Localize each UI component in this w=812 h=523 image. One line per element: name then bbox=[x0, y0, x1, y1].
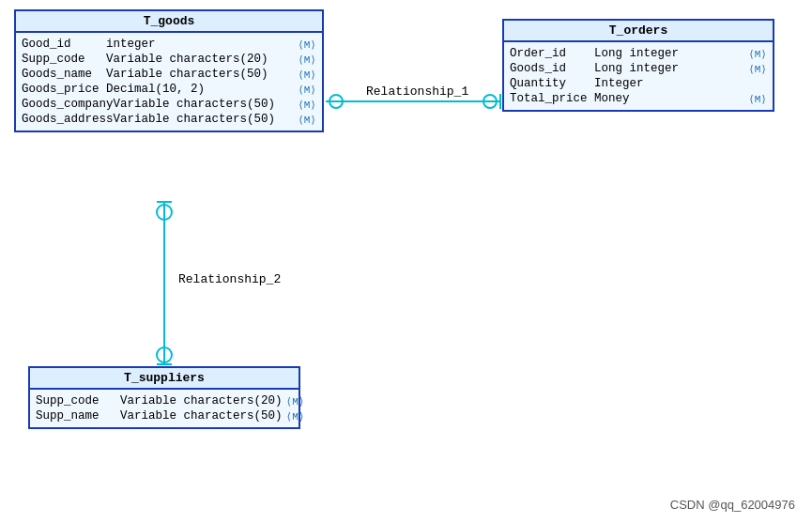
t-goods-header: T_goods bbox=[16, 11, 322, 33]
table-row: Goods_company Variable characters(50) ⟨M… bbox=[22, 97, 316, 112]
svg-point-1 bbox=[329, 95, 343, 108]
svg-point-2 bbox=[483, 95, 497, 108]
watermark: CSDN @qq_62004976 bbox=[670, 498, 795, 512]
diagram-container: T_goods Good_id integer ⟨M⟩ Supp_code Va… bbox=[0, 0, 812, 523]
t-orders-header: T_orders bbox=[504, 21, 773, 42]
t-suppliers-body: Supp_code Variable characters(20) ⟨M⟩ Su… bbox=[30, 390, 299, 427]
table-row: Goods_id Long integer ⟨M⟩ bbox=[510, 61, 767, 76]
relationship2-label: Relationship_2 bbox=[178, 272, 281, 286]
t-suppliers-header: T_suppliers bbox=[30, 368, 299, 390]
table-row: Supp_code Variable characters(20) ⟨M⟩ bbox=[36, 393, 293, 408]
table-row: Quantity Integer bbox=[510, 76, 767, 91]
table-row: Supp_code Variable characters(20) ⟨M⟩ bbox=[22, 52, 316, 67]
relationship1-label: Relationship_1 bbox=[366, 85, 468, 99]
t-goods-body: Good_id integer ⟨M⟩ Supp_code Variable c… bbox=[16, 33, 322, 131]
table-row: Order_id Long integer ⟨M⟩ bbox=[510, 46, 767, 61]
t-orders-table: T_orders Order_id Long integer ⟨M⟩ Goods… bbox=[502, 19, 774, 112]
table-row: Goods_address Variable characters(50) ⟨M… bbox=[22, 112, 316, 127]
table-row: Good_id integer ⟨M⟩ bbox=[22, 37, 316, 52]
svg-point-5 bbox=[157, 205, 172, 220]
table-row: Goods_price Decimal(10, 2) ⟨M⟩ bbox=[22, 82, 316, 97]
svg-point-6 bbox=[157, 347, 172, 362]
t-orders-body: Order_id Long integer ⟨M⟩ Goods_id Long … bbox=[504, 42, 773, 110]
table-row: Goods_name Variable characters(50) ⟨M⟩ bbox=[22, 67, 316, 82]
table-row: Supp_name Variable characters(50) ⟨M⟩ bbox=[36, 408, 293, 423]
t-goods-table: T_goods Good_id integer ⟨M⟩ Supp_code Va… bbox=[14, 9, 324, 132]
table-row: Total_price Money ⟨M⟩ bbox=[510, 91, 767, 106]
t-suppliers-table: T_suppliers Supp_code Variable character… bbox=[28, 366, 300, 429]
